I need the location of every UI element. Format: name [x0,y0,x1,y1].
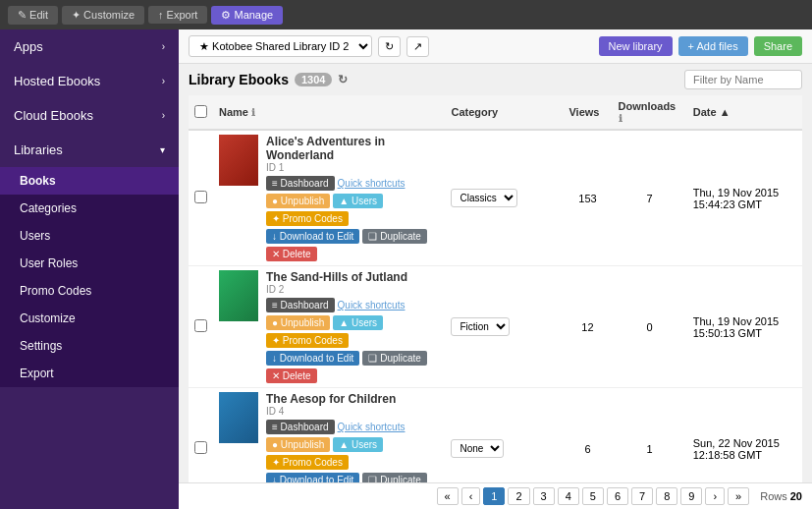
row-checkbox-cell [189,266,213,388]
row-checkbox[interactable] [194,441,207,454]
col-header-category: Category [445,95,563,130]
pagination-page-1[interactable]: 1 [483,487,505,505]
pagination-page-4[interactable]: 4 [558,487,579,505]
duplicate-button[interactable]: ❑ Duplicate [362,351,426,366]
pagination-page-5[interactable]: 5 [582,487,604,505]
edit-button[interactable]: ✎ Edit [8,6,58,25]
sidebar-item-apps[interactable]: Apps › [0,29,179,64]
arrow-icon: › [162,76,165,86]
sidebar-item-libraries-label: Libraries [14,142,63,157]
book-downloads-cell: 0 [613,266,687,388]
category-select[interactable]: Classics [451,189,517,207]
dl-info-icon: ℹ [619,113,623,124]
books-area: Library Ebooks 1304 ↻ Name ℹ Category Vi… [179,64,812,482]
refresh-button[interactable]: ↻ [378,36,401,57]
delete-button[interactable]: ✕ Delete [266,247,317,261]
dashboard-button[interactable]: ≡ Dashboard [266,176,335,191]
sidebar-sub-item-categories[interactable]: Categories [0,195,179,222]
book-actions: ≡ Dashboard Quick shortcuts ● Unpublish … [266,176,439,261]
book-cover [219,135,258,186]
duplicate-button[interactable]: ❑ Duplicate [362,229,426,244]
row-checkbox-cell [189,388,213,483]
select-all-checkbox[interactable] [194,105,207,118]
unpublish-button[interactable]: ● Unpublish [266,437,330,452]
book-views-cell: 12 [563,266,612,388]
sidebar-sub-item-customize[interactable]: Customize [0,305,179,332]
dashboard-button[interactable]: ≡ Dashboard [266,298,335,312]
pagination-page-6[interactable]: 6 [607,487,628,505]
download-to-edit-button[interactable]: ↓ Download to Edit [266,473,359,482]
pagination: « ‹ 1 2 3 4 5 6 7 8 9 › » Rows 20 [179,482,812,509]
users-button[interactable]: ▲ Users [333,315,383,330]
dashboard-button[interactable]: ≡ Dashboard [266,420,335,434]
promo-codes-button[interactable]: ✦ Promo Codes [266,211,349,226]
pagination-page-7[interactable]: 7 [631,487,653,505]
books-refresh-icon[interactable]: ↻ [338,73,348,86]
manage-button[interactable]: ⚙ Manage [211,6,283,25]
library-select[interactable]: Select your library ★ Kotobee Shared Lib… [189,35,372,57]
promo-codes-button[interactable]: ✦ Promo Codes [266,333,349,348]
quick-shortcuts-button[interactable]: Quick shortcuts [338,420,406,434]
quick-shortcuts-button[interactable]: Quick shortcuts [338,298,406,312]
download-to-edit-button[interactable]: ↓ Download to Edit [266,351,359,366]
book-name-cell: The Aesop for Children ID 4 ≡ Dashboard … [213,388,445,483]
col-header-downloads: Downloads ℹ [613,95,687,130]
download-to-edit-button[interactable]: ↓ Download to Edit [266,229,359,244]
col-header-check [189,95,213,130]
sidebar-item-libraries[interactable]: Libraries ▾ [0,133,179,167]
pagination-prev-button[interactable]: ‹ [461,487,481,505]
sidebar-item-apps-label: Apps [14,39,43,54]
export-button[interactable]: ↑ Export [148,6,207,24]
book-id: ID 1 [266,162,439,173]
sidebar-sub-item-books[interactable]: Books [0,167,179,195]
book-downloads-cell: 7 [613,130,687,266]
books-title: Library Ebooks 1304 ↻ [189,72,348,87]
pagination-first-button[interactable]: « [437,487,459,505]
users-button[interactable]: ▲ Users [333,194,383,208]
external-link-button[interactable]: ↗ [406,36,429,57]
sidebar-sub-item-user-roles[interactable]: User Roles [0,250,179,277]
books-count-badge: 1304 [295,73,332,86]
book-title: Alice's Adventures in Wonderland [266,135,439,162]
book-views-cell: 153 [563,130,612,266]
arrow-icon: › [162,41,165,52]
unpublish-button[interactable]: ● Unpublish [266,194,330,208]
arrow-icon: › [162,110,165,121]
promo-codes-button[interactable]: ✦ Promo Codes [266,455,349,470]
book-name-cell: Alice's Adventures in Wonderland ID 1 ≡ … [213,130,445,266]
rows-label: Rows [760,490,787,502]
pagination-page-9[interactable]: 9 [680,487,702,505]
sidebar-item-hosted-label: Hosted Ebooks [14,74,100,88]
sidebar-item-hosted-ebooks[interactable]: Hosted Ebooks › [0,64,179,98]
pagination-page-8[interactable]: 8 [656,487,677,505]
col-header-date: Date ▲ [687,95,802,130]
new-library-button[interactable]: New library [599,36,673,56]
users-button[interactable]: ▲ Users [333,437,383,452]
table-row: The Aesop for Children ID 4 ≡ Dashboard … [189,388,802,483]
share-button[interactable]: Share [754,36,802,56]
sidebar-sub-item-export[interactable]: Export [0,360,179,387]
pagination-next-button[interactable]: › [705,487,725,505]
add-files-button[interactable]: + Add files [678,36,748,56]
row-checkbox[interactable] [194,319,207,332]
category-select[interactable]: Fiction [451,317,510,336]
sidebar-sub-item-settings[interactable]: Settings [0,332,179,360]
sidebar-sub-item-users[interactable]: Users [0,222,179,250]
pagination-last-button[interactable]: » [728,487,749,505]
book-row-main: The Sand-Hills of Jutland ID 2 ≡ Dashboa… [219,270,439,383]
pagination-page-3[interactable]: 3 [533,487,555,505]
unpublish-button[interactable]: ● Unpublish [266,315,330,330]
duplicate-button[interactable]: ❑ Duplicate [362,473,426,482]
sidebar-item-cloud-ebooks[interactable]: Cloud Ebooks › [0,98,179,133]
book-category-cell: Fiction [445,266,563,388]
book-cover [219,392,258,443]
category-select[interactable]: None [451,439,504,458]
customize-button[interactable]: ✦ Customize [62,6,144,25]
quick-shortcuts-button[interactable]: Quick shortcuts [338,176,406,191]
pagination-page-2[interactable]: 2 [508,487,529,505]
sidebar-sub-item-promo-codes[interactable]: Promo Codes [0,277,179,305]
row-checkbox[interactable] [194,191,207,203]
book-name-cell: The Sand-Hills of Jutland ID 2 ≡ Dashboa… [213,266,445,388]
delete-button[interactable]: ✕ Delete [266,368,317,383]
filter-input[interactable] [684,70,802,89]
